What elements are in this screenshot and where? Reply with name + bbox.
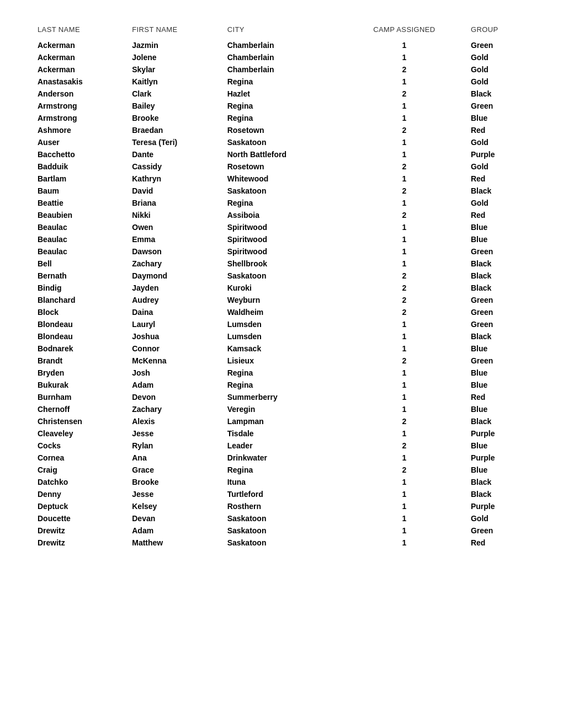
cell-group: Green <box>466 355 530 367</box>
cell-first-name: Devon <box>128 391 222 403</box>
table-row: BlondeauLaurylLumsden1Green <box>33 318 530 330</box>
col-header-city: CITY <box>223 22 342 39</box>
cell-first-name: Joshua <box>128 330 222 342</box>
table-row: BrydenJoshRegina1Blue <box>33 367 530 379</box>
table-row: ArmstrongBrookeRegina1Blue <box>33 112 530 124</box>
cell-group: Red <box>466 124 530 136</box>
cell-first-name: Kathryn <box>128 173 222 185</box>
table-row: AckermanJazminChamberlain1Green <box>33 39 530 51</box>
cell-camp: 1 <box>342 379 466 391</box>
cell-first-name: Owen <box>128 221 222 233</box>
cell-city: Whitewood <box>223 173 342 185</box>
cell-city: Weyburn <box>223 294 342 306</box>
table-row: DrewitzAdamSaskatoon1Green <box>33 524 530 537</box>
cell-last-name: Beaulac <box>33 245 128 258</box>
cell-last-name: Badduik <box>33 160 128 173</box>
cell-city: Saskatoon <box>223 185 342 197</box>
cell-group: Black <box>466 415 530 427</box>
cell-group: Blue <box>466 233 530 245</box>
cell-city: Chamberlain <box>223 63 342 76</box>
table-row: AndersonClarkHazlet2Black <box>33 88 530 100</box>
cell-city: Saskatoon <box>223 537 342 549</box>
cell-camp: 1 <box>342 512 466 524</box>
cell-camp: 2 <box>342 282 466 294</box>
cell-group: Green <box>466 294 530 306</box>
cell-camp: 1 <box>342 197 466 209</box>
cell-first-name: Devan <box>128 512 222 524</box>
cell-group: Blue <box>466 379 530 391</box>
cell-first-name: Zachary <box>128 403 222 415</box>
cell-first-name: Brooke <box>128 112 222 124</box>
col-header-firstname: FIRST NAME <box>128 22 222 39</box>
cell-group: Blue <box>466 440 530 452</box>
cell-last-name: Blondeau <box>33 318 128 330</box>
cell-group: Black <box>466 282 530 294</box>
cell-group: Black <box>466 88 530 100</box>
cell-camp: 1 <box>342 403 466 415</box>
table-row: BlanchardAudreyWeyburn2Green <box>33 294 530 306</box>
cell-first-name: Matthew <box>128 537 222 549</box>
table-row: DatchkoBrookeItuna1Black <box>33 476 530 488</box>
table-row: DrewitzMatthewSaskatoon1Red <box>33 537 530 549</box>
cell-camp: 2 <box>342 185 466 197</box>
table-row: ChristensenAlexisLampman2Black <box>33 415 530 427</box>
cell-first-name: Briana <box>128 197 222 209</box>
cell-first-name: Jazmin <box>128 39 222 51</box>
cell-last-name: Drewitz <box>33 524 128 537</box>
cell-first-name: David <box>128 185 222 197</box>
cell-city: Regina <box>223 100 342 112</box>
cell-city: Rosthern <box>223 500 342 512</box>
cell-last-name: Christensen <box>33 415 128 427</box>
cell-city: Tisdale <box>223 427 342 440</box>
cell-group: Blue <box>466 112 530 124</box>
cell-group: Blue <box>466 464 530 476</box>
cell-camp: 1 <box>342 452 466 464</box>
table-row: CocksRylanLeader2Blue <box>33 440 530 452</box>
cell-camp: 1 <box>342 476 466 488</box>
cell-group: Blue <box>466 367 530 379</box>
cell-city: Rosetown <box>223 160 342 173</box>
cell-group: Blue <box>466 403 530 415</box>
cell-group: Black <box>466 488 530 500</box>
cell-first-name: Emma <box>128 233 222 245</box>
camp-roster-table: LAST NAME FIRST NAME CITY CAMP ASSIGNED … <box>33 22 530 549</box>
cell-last-name: Beaubien <box>33 209 128 221</box>
cell-first-name: Zachary <box>128 258 222 270</box>
cell-camp: 1 <box>342 173 466 185</box>
col-header-lastname: LAST NAME <box>33 22 128 39</box>
cell-last-name: Doucette <box>33 512 128 524</box>
cell-city: Saskatoon <box>223 270 342 282</box>
cell-last-name: Cleaveley <box>33 427 128 440</box>
cell-camp: 1 <box>342 391 466 403</box>
table-row: BlockDainaWaldheim2Green <box>33 306 530 318</box>
cell-last-name: Brandt <box>33 355 128 367</box>
table-row: BodnarekConnorKamsack1Blue <box>33 342 530 355</box>
cell-city: Leader <box>223 440 342 452</box>
cell-camp: 1 <box>342 112 466 124</box>
cell-last-name: Beaulac <box>33 221 128 233</box>
cell-first-name: Bailey <box>128 100 222 112</box>
cell-group: Green <box>466 100 530 112</box>
cell-first-name: Rylan <box>128 440 222 452</box>
cell-last-name: Bacchetto <box>33 148 128 160</box>
cell-group: Black <box>466 258 530 270</box>
cell-camp: 1 <box>342 258 466 270</box>
cell-camp: 2 <box>342 294 466 306</box>
cell-first-name: Adam <box>128 524 222 537</box>
table-header-row: LAST NAME FIRST NAME CITY CAMP ASSIGNED … <box>33 22 530 39</box>
table-row: AckermanJoleneChamberlain1Gold <box>33 51 530 63</box>
cell-city: Drinkwater <box>223 452 342 464</box>
cell-camp: 2 <box>342 124 466 136</box>
cell-group: Gold <box>466 136 530 148</box>
cell-first-name: Adam <box>128 379 222 391</box>
table-row: DennyJesseTurtleford1Black <box>33 488 530 500</box>
cell-first-name: Audrey <box>128 294 222 306</box>
cell-city: Regina <box>223 367 342 379</box>
col-header-group: GROUP <box>466 22 530 39</box>
cell-last-name: Block <box>33 306 128 318</box>
cell-camp: 2 <box>342 63 466 76</box>
cell-group: Green <box>466 318 530 330</box>
table-row: BurnhamDevonSummerberry1Red <box>33 391 530 403</box>
cell-city: Waldheim <box>223 306 342 318</box>
cell-camp: 2 <box>342 464 466 476</box>
